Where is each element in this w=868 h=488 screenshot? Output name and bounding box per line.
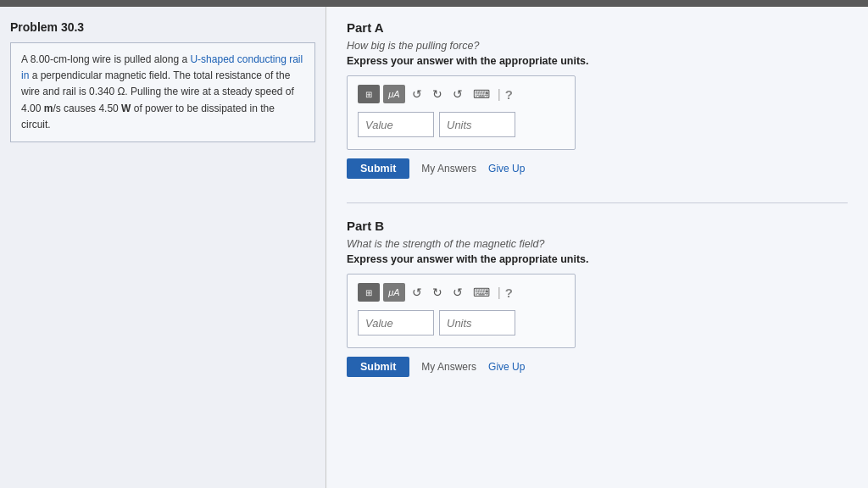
part-a-submit-button[interactable]: Submit	[347, 158, 409, 179]
part-a-units-input[interactable]	[439, 112, 515, 137]
part-a-submit-row: Submit My Answers Give Up	[347, 158, 848, 179]
part-b-instruction: Express your answer with the appropriate…	[347, 253, 848, 265]
keyboard-icon: ⌨	[473, 87, 490, 101]
undo-icon-b: ↺	[412, 286, 422, 299]
refresh-icon: ↺	[453, 87, 463, 101]
part-b-undo-button[interactable]: ↺	[409, 284, 426, 301]
problem-bold-m: m	[44, 103, 53, 114]
toolbar-divider-b: |	[498, 286, 501, 299]
part-b-refresh-button[interactable]: ↺	[449, 284, 466, 301]
part-a-help-icon: ?	[505, 87, 513, 102]
problem-title: Problem 30.3	[10, 20, 315, 34]
part-b-give-up[interactable]: Give Up	[488, 361, 525, 373]
part-b-my-answers[interactable]: My Answers	[421, 361, 476, 373]
top-bar	[0, 0, 868, 7]
part-a-value-input[interactable]	[358, 112, 434, 137]
part-a-toolbar: ⊞ μA ↺ ↻ ↺ ⌨ | ?	[358, 85, 565, 103]
part-a-give-up[interactable]: Give Up	[488, 163, 525, 175]
part-b-redo-button[interactable]: ↻	[429, 284, 446, 301]
part-b-grid-button[interactable]: ⊞	[358, 283, 380, 302]
part-a-question: How big is the pulling force?	[347, 40, 848, 52]
part-b-mu-button[interactable]: μA	[383, 283, 405, 302]
part-b-submit-row: Submit My Answers Give Up	[347, 357, 848, 377]
part-divider	[347, 202, 848, 203]
part-b-keyboard-button[interactable]: ⌨	[470, 284, 493, 301]
keyboard-icon-b: ⌨	[473, 286, 490, 299]
part-a-keyboard-button[interactable]: ⌨	[470, 86, 493, 103]
part-a-answer-box: ⊞ μA ↺ ↻ ↺ ⌨ | ?	[347, 75, 576, 150]
part-b-value-input[interactable]	[358, 310, 434, 336]
problem-bold-w: W	[121, 103, 131, 114]
part-a-input-row	[358, 112, 565, 137]
part-a-section: Part A How big is the pulling force? Exp…	[347, 20, 848, 179]
part-b-help-icon: ?	[505, 286, 513, 300]
part-a-instruction: Express your answer with the appropriate…	[347, 55, 848, 67]
refresh-icon-b: ↺	[453, 286, 463, 299]
problem-box: A 8.00-cm-long wire is pulled along a U-…	[10, 42, 315, 142]
undo-icon: ↺	[412, 87, 422, 101]
part-a-refresh-button[interactable]: ↺	[449, 86, 466, 103]
part-b-toolbar: ⊞ μA ↺ ↻ ↺ ⌨ | ?	[358, 283, 565, 302]
part-a-title: Part A	[347, 20, 848, 35]
mu-icon: μA	[388, 89, 399, 99]
part-b-answer-box: ⊞ μA ↺ ↻ ↺ ⌨ | ?	[347, 274, 576, 348]
part-a-mu-button[interactable]: μA	[383, 85, 405, 103]
mu-icon-b: μA	[388, 287, 399, 297]
redo-icon-b: ↻	[432, 286, 442, 299]
part-a-redo-button[interactable]: ↻	[429, 86, 446, 103]
left-panel: Problem 30.3 A 8.00-cm-long wire is pull…	[0, 7, 326, 488]
right-panel: Part A How big is the pulling force? Exp…	[326, 7, 868, 488]
part-b-units-input[interactable]	[439, 310, 515, 336]
part-a-undo-button[interactable]: ↺	[409, 86, 426, 103]
part-b-submit-button[interactable]: Submit	[347, 357, 409, 377]
part-a-my-answers[interactable]: My Answers	[421, 163, 476, 175]
part-b-question: What is the strength of the magnetic fie…	[347, 238, 848, 250]
toolbar-divider-a: |	[498, 87, 501, 101]
problem-text-blue: U-shaped conducting rail in	[21, 53, 303, 81]
grid-icon-b: ⊞	[365, 288, 372, 297]
part-b-section: Part B What is the strength of the magne…	[347, 219, 848, 377]
part-b-title: Part B	[347, 219, 848, 233]
redo-icon: ↻	[432, 87, 442, 101]
part-a-grid-button[interactable]: ⊞	[358, 85, 380, 103]
part-b-input-row	[358, 310, 565, 336]
grid-icon: ⊞	[365, 90, 372, 99]
